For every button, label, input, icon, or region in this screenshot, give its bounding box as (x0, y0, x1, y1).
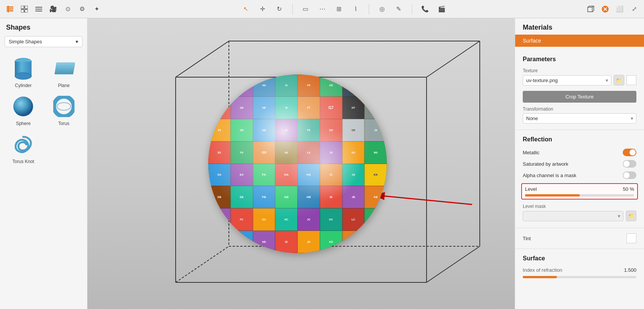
cursor-icon[interactable]: ↖ (241, 4, 251, 14)
svg-marker-24 (55, 63, 75, 74)
ior-bar-bg[interactable] (523, 276, 636, 278)
svg-rect-3 (8, 6, 9, 13)
svg-rect-4 (21, 6, 24, 9)
toolbar-divider-2 (369, 4, 369, 14)
sun-icon[interactable]: ✦ (91, 4, 102, 14)
target-icon[interactable]: ⊙ (62, 4, 73, 14)
svg-rect-7 (25, 10, 28, 13)
shapes-dropdown[interactable]: Simple Shapes ▾ (5, 36, 82, 47)
edit-icon[interactable]: ✎ (393, 4, 404, 14)
texture-color-swatch[interactable] (627, 75, 636, 85)
grid-icon[interactable] (19, 4, 30, 14)
film-icon[interactable]: 🎬 (436, 4, 447, 14)
level-mask-select[interactable] (523, 211, 623, 221)
crop-texture-button[interactable]: Crop Texture (523, 91, 636, 103)
main-toolbar: 🎥 ⊙ ⚙ ✦ ↖ ✛ ↻ ▭ ⋯ ⊞ ⌇ ◎ ✎ 📞 🎬 ⬜ ⤢ (0, 0, 644, 18)
canvas-area[interactable]: F4 G4 H4 I4 F5 G5 H5 I5 F6 G6 H6 I6 F7 G… (87, 18, 515, 309)
phone-icon[interactable]: 📞 (420, 4, 430, 14)
saturated-toggle[interactable] (623, 160, 636, 168)
shapes-dropdown-value: Simple Shapes (9, 39, 42, 44)
svg-rect-11 (588, 7, 592, 12)
cylinder-label: Cylinder (15, 83, 32, 88)
level-section: Level 50 % (521, 183, 638, 200)
sphere-label: Sphere (16, 121, 31, 126)
svg-line-32 (176, 41, 229, 77)
level-number: 50 (623, 186, 628, 192)
shape-sphere[interactable]: Sphere (6, 94, 41, 126)
svg-rect-1 (6, 8, 13, 10)
level-mask-folder-icon[interactable]: 📁 (626, 211, 636, 221)
close-circle-icon[interactable] (600, 4, 611, 14)
torus-icon (52, 94, 76, 119)
surface-tab[interactable]: Surface (515, 35, 644, 47)
section-divider-3 (515, 249, 644, 249)
level-label: Level (525, 186, 537, 192)
metallic-toggle[interactable] (623, 149, 636, 156)
alpha-label: Alpha channel is a mask (523, 173, 576, 178)
torus-knot-icon (11, 132, 35, 157)
level-mask-select-wrap (523, 211, 623, 221)
level-unit: % (630, 186, 634, 192)
materials-title: Materials (515, 18, 644, 35)
circle-icon[interactable]: ◎ (377, 4, 387, 14)
svg-line-36 (427, 246, 480, 282)
metallic-label: Metallic (523, 150, 539, 155)
tint-label: Tint (523, 236, 531, 241)
svg-rect-6 (21, 10, 24, 13)
square-icon[interactable]: ⬜ (614, 4, 625, 14)
expand-icon[interactable]: ⤢ (629, 4, 639, 14)
shapes-grid: Cylinder Plane (0, 52, 87, 169)
torus-label: Torus (58, 121, 69, 126)
svg-line-41 (373, 195, 472, 204)
cylinder-icon (11, 56, 35, 81)
texture-select-wrap: uv-texture.png (523, 75, 611, 86)
texture-control: uv-texture.png 📁 (523, 75, 636, 86)
saturated-row: Saturated by artwork (515, 158, 644, 170)
texture-param: Texture uv-texture.png 📁 (515, 67, 644, 87)
texture-select[interactable]: uv-texture.png (523, 75, 611, 86)
scene-container: F4 G4 H4 I4 F5 G5 H5 I5 F6 G6 H6 I6 F7 G… (87, 18, 515, 309)
ior-bar-fill (523, 276, 557, 278)
level-mask-param: Level mask 📁 (515, 202, 644, 223)
toolbar-divider-3 (412, 4, 412, 14)
shape-plane[interactable]: Plane (47, 56, 81, 88)
alpha-row: Alpha channel is a mask (515, 170, 644, 181)
texture-label: Texture (523, 68, 636, 73)
texture-folder-icon[interactable]: 📁 (614, 75, 624, 86)
sphere-icon (11, 94, 35, 119)
parameters-title: Parameters (515, 53, 644, 67)
shape-torus[interactable]: Torus (47, 94, 81, 126)
toolbar-left: 🎥 ⊙ ⚙ ✦ (5, 4, 102, 14)
level-mask-label: Level mask (523, 204, 636, 209)
right-sidebar: Materials Surface Parameters Texture uv-… (515, 18, 644, 309)
camera-icon[interactable]: 🎥 (48, 4, 59, 14)
level-header: Level 50 % (525, 186, 634, 192)
plus-icon[interactable] (5, 4, 15, 14)
plane-label: Plane (58, 83, 70, 88)
shape-torus-knot[interactable]: Torus Knot (6, 132, 41, 164)
metallic-row: Metallic (515, 147, 644, 158)
transformation-select[interactable]: None (523, 113, 636, 124)
screen-icon[interactable]: ▭ (300, 4, 311, 14)
tint-row: Tint (515, 231, 644, 246)
ior-row: Index of refraction 1.500 (515, 266, 644, 274)
surface-section-title: Surface (515, 252, 644, 266)
shape-cylinder[interactable]: Cylinder (6, 56, 41, 88)
cube-wireframe-icon[interactable] (585, 4, 596, 14)
alpha-toggle[interactable] (623, 171, 636, 179)
gear-icon[interactable]: ⚙ (77, 4, 87, 14)
move-icon[interactable]: ✛ (257, 4, 268, 14)
level-bar-bg[interactable] (525, 194, 634, 196)
table-icon[interactable]: ⊞ (334, 4, 344, 14)
toolbar-center: ↖ ✛ ↻ ▭ ⋯ ⊞ ⌇ ◎ ✎ 📞 🎬 (105, 4, 582, 14)
svg-line-37 (176, 246, 229, 282)
tint-color-swatch[interactable] (627, 233, 636, 243)
nodes-icon[interactable]: ⋯ (317, 4, 328, 14)
section-divider-2 (515, 228, 644, 228)
curve-icon[interactable]: ⌇ (351, 4, 361, 14)
rotate-icon[interactable]: ↻ (274, 4, 285, 14)
transformation-select-wrap: None (523, 113, 636, 124)
section-divider-1 (515, 130, 644, 130)
svg-rect-5 (25, 6, 28, 9)
menu-icon[interactable] (33, 4, 44, 14)
